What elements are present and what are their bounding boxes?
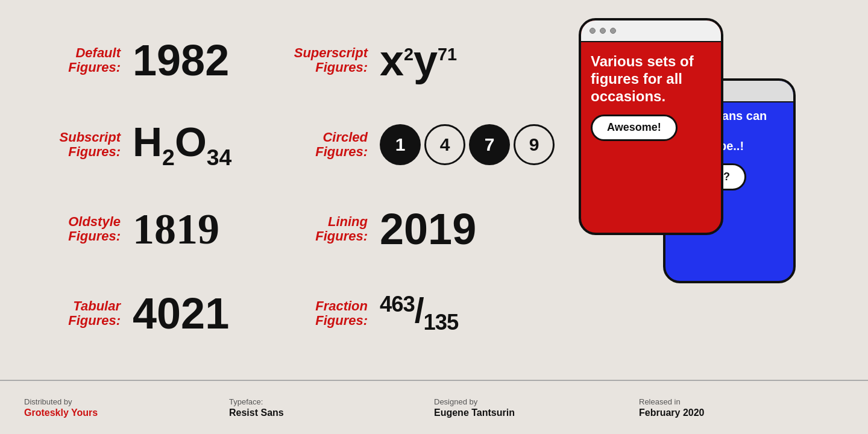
released-value: February 2020 [639,407,844,418]
tabular-figures-value: 4021 [133,292,229,335]
subscript-figures-label: SubscriptFigures: [24,130,121,159]
circle-7: 7 [469,124,510,165]
oldstyle-figures-label: OldstyleFigures: [24,215,121,244]
footer: Distributed by Groteskly Yours Typeface:… [0,380,868,434]
tabular-figures-label: TabularFigures: [24,299,121,328]
default-figures-item: DefaultFigures: 1982 [24,18,271,102]
typeface-label: Typeface: [229,397,434,406]
lining-figures-item: LiningFigures: 2019 [271,187,555,271]
phone-red-button: Awesome! [591,115,678,141]
released-label: Released in [639,397,844,406]
footer-released: Released in February 2020 [639,397,844,418]
dot-1 [590,28,596,34]
oldstyle-figures-item: OldstyleFigures: 1819 [24,187,271,271]
fraction-figures-item: FractionFigures: 463/135 [271,271,555,356]
designed-label: Designed by [434,397,639,406]
lining-figures-label: LiningFigures: [271,215,368,244]
superscript-figures-item: SuperscriptFigures: x2y71 [271,18,555,102]
typeface-value: Resist Sans [229,407,434,418]
main-content: DefaultFigures: 1982 SuperscriptFigures:… [0,0,868,374]
footer-distributed: Distributed by Groteskly Yours [24,397,229,418]
default-figures-label: DefaultFigures: [24,46,121,75]
oldstyle-figures-value: 1819 [133,207,219,251]
phone-red-body: Various sets of figures for all occasion… [581,42,721,152]
fraction-figures-label: FractionFigures: [271,299,368,328]
distributed-value: Groteskly Yours [24,407,229,418]
circled-figures-item: CircledFigures: 1 4 7 9 [271,102,555,187]
footer-designer: Designed by Eugene Tantsurin [434,397,639,418]
lining-figures-value: 2019 [380,207,476,251]
phone-red-bar [581,20,721,42]
dot-3 [610,28,616,34]
phones-section: Various sets of figures for all occasion… [579,0,868,374]
distributed-label: Distributed by [24,397,229,406]
phone-red-text: Various sets of figures for all occasion… [591,53,711,105]
superscript-figures-value: x2y71 [380,39,457,82]
subscript-figures-item: SubscriptFigures: H2O34 [24,102,271,187]
designed-value: Eugene Tantsurin [434,407,639,418]
circle-9: 9 [514,124,555,165]
tabular-figures-item: TabularFigures: 4021 [24,271,271,356]
default-figures-value: 1982 [133,39,229,82]
phone-red: Various sets of figures for all occasion… [579,18,723,235]
subscript-figures-value: H2O34 [133,121,231,169]
superscript-figures-label: SuperscriptFigures: [271,46,368,75]
circle-1: 1 [380,124,421,165]
circled-figures-label: CircledFigures: [271,130,368,159]
dot-2 [600,28,606,34]
circled-figures-value: 1 4 7 9 [380,124,555,165]
fraction-figures-value: 463/135 [380,294,458,333]
circle-4: 4 [424,124,465,165]
footer-typeface: Typeface: Resist Sans [229,397,434,418]
figures-section: DefaultFigures: 1982 SuperscriptFigures:… [0,0,579,374]
